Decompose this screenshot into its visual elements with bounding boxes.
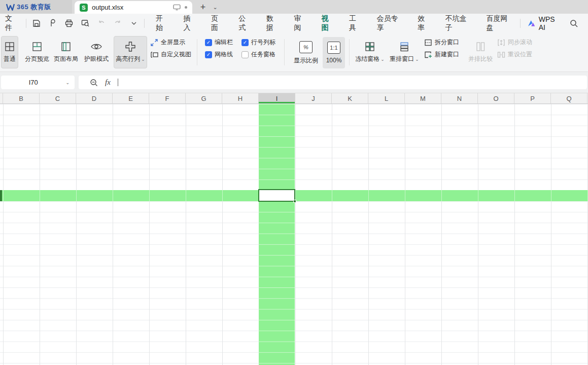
column-header-G[interactable]: G [186, 93, 222, 103]
column-header-P[interactable]: P [514, 93, 551, 103]
divider [284, 39, 285, 65]
column-header-L[interactable]: L [368, 93, 405, 103]
sync-stack: 同步滚动 重设位置 [497, 38, 532, 59]
column-header-K[interactable]: K [332, 93, 368, 103]
split-window-icon [424, 39, 432, 47]
column-header-N[interactable]: N [441, 93, 478, 103]
chevron-down-icon: ⌄ [415, 57, 419, 62]
chevron-down-icon[interactable]: ⌄ [65, 80, 70, 85]
quick-access-toolbar [26, 18, 144, 28]
new-window-button[interactable]: 新建窗口 [424, 50, 459, 59]
normal-view-button[interactable]: 普通 [1, 36, 18, 68]
wps-ai-icon [528, 20, 535, 27]
task-pane-checkbox[interactable]: 任务窗格 [241, 50, 275, 59]
percent-icon: % [299, 41, 313, 53]
show-options-col1: ✓ 编辑栏 ✓ 网格线 [205, 38, 233, 59]
divider [520, 19, 521, 28]
text-caret [118, 79, 118, 86]
column-headers: B C D E F G H I J K L M N O P Q [0, 93, 588, 104]
page-layout-icon [60, 41, 72, 52]
reset-position-button[interactable]: 重设位置 [497, 50, 532, 59]
column-header-D[interactable]: D [76, 93, 113, 103]
eye-protection-button[interactable]: 护眼模式 [80, 36, 113, 68]
edit-bar-checkbox[interactable]: ✓ 编辑栏 [205, 38, 233, 47]
eye-icon [90, 41, 103, 52]
chevron-down-icon: ⌄ [141, 57, 145, 62]
column-header-M[interactable]: M [405, 93, 441, 103]
column-header-J[interactable]: J [295, 93, 332, 103]
window-stack: 拆分窗口 新建窗口 [424, 38, 459, 59]
formula-input[interactable]: fx [79, 76, 587, 89]
spreadsheet-file-icon: S [80, 4, 88, 12]
ratio-1-1-icon: 1:1 [327, 42, 340, 54]
side-by-side-icon [475, 41, 486, 52]
custom-view-icon [150, 51, 158, 59]
highlighted-column-I[interactable] [259, 104, 295, 365]
zoom-100-button[interactable]: 1:1 100% [323, 37, 345, 68]
menubar-right: WPS AI [520, 15, 588, 31]
show-options-col2: ✓ 行号列标 任务窗格 [241, 38, 275, 59]
freeze-panes-button[interactable]: 冻结窗格⌄ [353, 36, 387, 68]
freeze-panes-icon [364, 41, 375, 52]
name-box-value: I70 [1, 79, 65, 86]
highlight-cross-icon [125, 41, 136, 52]
search-icon[interactable] [569, 18, 579, 28]
fx-icon[interactable]: fx [105, 78, 111, 87]
redo-icon[interactable] [113, 18, 123, 28]
brand-label: 365 教育版 [17, 3, 51, 12]
arrange-windows-button[interactable]: 重排窗口⌄ [388, 36, 421, 68]
active-cell-I70[interactable] [258, 189, 295, 202]
page-break-preview-button[interactable]: 分页预览 [20, 36, 54, 68]
full-screen-button[interactable]: 全屏显示 [150, 38, 191, 47]
row-col-headers-checkbox[interactable]: ✓ 行号列标 [241, 38, 275, 47]
divider [144, 19, 145, 28]
wps-ai-button[interactable]: WPS AI [528, 15, 562, 31]
column-header-I-highlighted[interactable]: I [259, 93, 295, 103]
view-stack: 全屏显示 自定义视图 [150, 38, 191, 59]
arrange-windows-icon [399, 41, 410, 52]
gridlines-checkbox[interactable]: ✓ 网格线 [205, 50, 233, 59]
column-header-F[interactable]: F [149, 93, 186, 103]
chevron-down-icon: ⌄ [381, 57, 385, 62]
custom-view-button[interactable]: 自定义视图 [150, 50, 191, 59]
print-preview-icon[interactable] [80, 18, 90, 28]
undo-icon[interactable] [96, 18, 107, 28]
file-menu[interactable]: 文件 [0, 14, 26, 32]
checked-checkbox-icon: ✓ [241, 39, 249, 46]
column-header-O[interactable]: O [478, 93, 514, 103]
full-screen-icon [150, 39, 158, 47]
new-window-icon [424, 51, 432, 59]
column-header-Q[interactable]: Q [551, 93, 587, 103]
menubar: 文件 开始 [0, 14, 588, 33]
name-box[interactable]: I70 ⌄ [1, 76, 75, 89]
wps-logo-icon [6, 4, 15, 11]
side-by-side-button[interactable]: 并排比较 [466, 36, 495, 68]
wps-spreadsheet-app: 365 教育版 S output.xlsx + ⌄ 文件 [0, 0, 588, 365]
split-window-button[interactable]: 拆分窗口 [424, 38, 459, 47]
row-highlight-edge [0, 190, 2, 201]
zoom-button[interactable]: % 显示比例 [290, 37, 322, 68]
sync-scroll-icon [497, 39, 505, 47]
toolbar-more-chevron-icon[interactable] [129, 18, 139, 28]
save-icon[interactable] [31, 18, 42, 28]
unchecked-checkbox-icon [241, 51, 249, 58]
column-header-B[interactable]: B [3, 93, 40, 103]
column-header-C[interactable]: C [40, 93, 76, 103]
divider [197, 39, 197, 65]
page-layout-button[interactable]: 页面布局 [50, 36, 82, 68]
page-break-preview-icon [31, 41, 43, 52]
column-header-H[interactable]: H [222, 93, 259, 103]
normal-view-icon [4, 41, 15, 52]
checked-checkbox-icon: ✓ [205, 39, 212, 46]
column-header-E[interactable]: E [113, 93, 149, 103]
reset-position-icon [497, 51, 505, 59]
fill-handle[interactable] [293, 200, 296, 203]
export-pdf-icon[interactable] [48, 18, 58, 28]
highlight-row-col-button[interactable]: 高亮行列⌄ [114, 36, 147, 68]
tab-status-dot [185, 6, 187, 9]
wps-brand[interactable]: 365 教育版 [0, 0, 72, 14]
print-icon[interactable] [64, 18, 74, 28]
zoom-out-icon[interactable] [90, 79, 98, 87]
spreadsheet-grid[interactable]: du @阿健慧思 [0, 104, 588, 365]
sync-scroll-button[interactable]: 同步滚动 [497, 38, 532, 47]
